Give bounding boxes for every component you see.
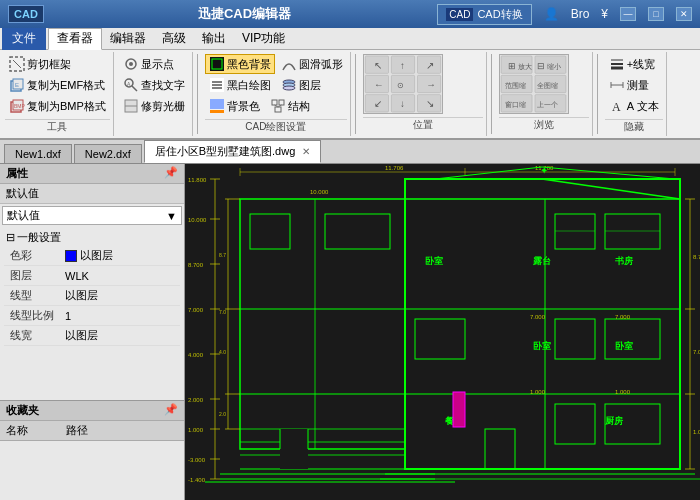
browse-label: 浏览 [499,117,589,132]
svg-text:A: A [612,100,621,114]
prop-dropdown[interactable]: 默认值 ▼ [2,206,182,225]
svg-text:4.000: 4.000 [188,352,204,358]
menu-viewer[interactable]: 查看器 [48,28,102,50]
black-drawing-button[interactable]: 黑白绘图 [205,75,275,95]
line-width-button[interactable]: +线宽 [605,54,663,74]
svg-text:上一个: 上一个 [537,101,558,108]
svg-rect-26 [272,100,277,105]
cad-settings-label: CAD绘图设置 [205,119,347,134]
svg-text:11.800: 11.800 [188,177,207,183]
svg-text:露台: 露台 [533,256,551,266]
copy-bmp-button[interactable]: BMP 复制为BMP格式 [5,96,110,116]
username: Bro [571,7,590,21]
bookmarks-pin-icon[interactable]: 📌 [164,403,178,418]
layer-button[interactable]: 图层 [277,75,325,95]
section-collapse-icon: ⊟ [6,231,15,244]
text-button[interactable]: A A 文本 [605,96,663,116]
svg-point-9 [129,62,133,66]
toolbar-group-tools: 剪切框架 E 复制为EMF格式 BMP 复制为BMP格式 工具 [2,52,114,136]
toolbar-group-right: +线宽 测量 A A 文本 隐藏 [602,52,667,136]
svg-text:-1.400: -1.400 [188,477,206,483]
bg-color-button[interactable]: 背景色 [205,96,264,116]
tab-new1[interactable]: New1.dxf [4,144,72,163]
svg-text:11.706: 11.706 [385,165,404,171]
svg-text:卧室: 卧室 [615,340,633,351]
svg-text:厨房: 厨房 [604,415,624,426]
modify-light-button[interactable]: 修剪光栅 [119,96,189,116]
maximize-button[interactable]: □ [648,7,664,21]
menu-editor[interactable]: 编辑器 [102,28,154,50]
left-panel: 属性 📌 默认值 默认值 ▼ ⊟ 一般设置 色彩 以图层 [0,164,185,500]
pin-icon[interactable]: 📌 [164,166,178,181]
svg-text:↑: ↑ [400,60,405,71]
position-label: 位置 [363,117,483,132]
svg-text:1.000: 1.000 [693,429,700,435]
cut-frame-button[interactable]: 剪切框架 [5,54,75,74]
show-points-button[interactable]: 显示点 [119,54,178,74]
close-button[interactable]: ✕ [676,7,692,21]
linetype-row: 线型 以图层 [4,286,180,306]
svg-text:卧室: 卧室 [425,255,443,266]
menu-output[interactable]: 输出 [194,28,234,50]
cad-convert-label: CAD转换 [477,7,522,22]
title-bar: CAD 迅捷CAD编辑器 CAD CAD转换 👤 Bro ¥ — □ ✕ [0,0,700,28]
svg-text:4.0: 4.0 [219,349,226,355]
currency-icon: ¥ [601,7,608,21]
svg-text:E: E [15,82,19,88]
svg-text:范围缩: 范围缩 [505,82,526,89]
tools-group-label: 工具 [5,119,110,134]
toolbar-group-view: 显示点 A 查找文字 修剪光栅 [116,52,193,136]
tab-dwg[interactable]: 居住小区B型别墅建筑图.dwg ✕ [144,140,322,163]
find-text-button[interactable]: A 查找文字 [119,75,189,95]
bookmarks-columns: 名称 路径 [0,421,184,441]
svg-rect-114 [415,319,465,359]
properties-panel: 属性 📌 默认值 默认值 ▼ ⊟ 一般设置 色彩 以图层 [0,164,184,400]
general-settings-header[interactable]: ⊟ 一般设置 [4,229,180,246]
cad-icon: CAD [446,8,473,21]
canvas-area[interactable]: 11.800 10.000 8.700 7.000 4.000 2.000 1.… [185,164,700,500]
menu-bar: 文件 查看器 编辑器 高级 输出 VIP功能 [0,28,700,50]
color-swatch[interactable] [65,250,77,262]
copy-emf-button[interactable]: E 复制为EMF格式 [5,75,109,95]
main-area: 属性 📌 默认值 默认值 ▼ ⊟ 一般设置 色彩 以图层 [0,164,700,500]
svg-text:1.000: 1.000 [615,389,631,395]
measure-button[interactable]: 测量 [605,75,663,95]
tab-close-icon[interactable]: ✕ [302,146,310,157]
minimize-button[interactable]: — [620,7,636,21]
cad-drawing: 11.800 10.000 8.700 7.000 4.000 2.000 1.… [185,164,700,500]
svg-text:BMP: BMP [14,103,25,109]
structure-button[interactable]: 结构 [266,96,314,116]
svg-rect-28 [275,107,281,112]
svg-line-100 [542,179,680,199]
svg-text:放大: 放大 [517,63,531,71]
svg-text:窗口缩: 窗口缩 [505,101,526,108]
round-arc-button[interactable]: 圆滑弧形 [277,54,347,74]
svg-text:⊞: ⊞ [508,61,516,71]
menu-vip[interactable]: VIP功能 [234,28,293,50]
svg-rect-116 [605,319,660,359]
toolbar: 剪切框架 E 复制为EMF格式 BMP 复制为BMP格式 工具 显示点 [0,50,700,140]
svg-text:↖: ↖ [374,60,382,71]
properties-header: 属性 📌 [0,164,184,184]
svg-text:2.0: 2.0 [219,411,226,417]
svg-rect-24 [210,99,224,109]
tab-new2[interactable]: New2.dxf [74,144,142,163]
default-value-label: 默认值 [0,184,184,204]
svg-text:→: → [426,79,436,90]
svg-text:8.700: 8.700 [693,254,700,260]
linewidth-row: 线宽 以图层 [4,326,180,346]
svg-text:7.0: 7.0 [219,309,226,315]
svg-text:↓: ↓ [400,98,405,109]
svg-text:缩小: 缩小 [546,63,560,70]
menu-file[interactable]: 文件 [2,28,46,50]
svg-rect-27 [279,100,284,105]
svg-text:8.700: 8.700 [188,262,204,268]
title-right-section: CAD CAD转换 👤 Bro ¥ — □ ✕ [437,4,692,25]
color-row: 色彩 以图层 [4,246,180,266]
black-bg-button[interactable]: 黑色背景 [205,54,275,74]
cad-convert-button[interactable]: CAD CAD转换 [437,4,531,25]
svg-text:10.000: 10.000 [310,189,329,195]
linescale-row: 线型比例 1 [4,306,180,326]
svg-text:⊙: ⊙ [397,81,404,90]
menu-advanced[interactable]: 高级 [154,28,194,50]
